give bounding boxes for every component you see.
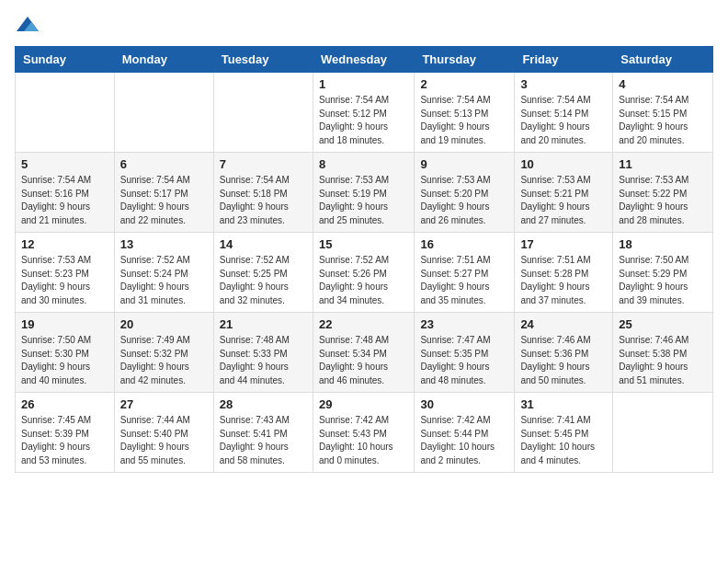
calendar-cell: 6Sunrise: 7:54 AM Sunset: 5:17 PM Daylig…: [114, 153, 213, 233]
day-number: 14: [220, 237, 307, 251]
day-info: Sunrise: 7:43 AM Sunset: 5:41 PM Dayligh…: [220, 414, 307, 467]
calendar-cell: 8Sunrise: 7:53 AM Sunset: 5:19 PM Daylig…: [313, 153, 414, 233]
logo-icon: [15, 15, 40, 35]
day-number: 19: [21, 317, 108, 331]
day-number: 1: [319, 77, 408, 91]
calendar-cell: 10Sunrise: 7:53 AM Sunset: 5:21 PM Dayli…: [515, 153, 613, 233]
calendar-cell: [114, 73, 213, 153]
day-info: Sunrise: 7:53 AM Sunset: 5:22 PM Dayligh…: [619, 174, 707, 227]
day-info: Sunrise: 7:44 AM Sunset: 5:40 PM Dayligh…: [120, 414, 208, 467]
day-info: Sunrise: 7:42 AM Sunset: 5:44 PM Dayligh…: [420, 414, 508, 467]
calendar-week-row: 19Sunrise: 7:50 AM Sunset: 5:30 PM Dayli…: [16, 313, 713, 393]
calendar-cell: 17Sunrise: 7:51 AM Sunset: 5:28 PM Dayli…: [515, 233, 613, 313]
calendar-cell: 31Sunrise: 7:41 AM Sunset: 5:45 PM Dayli…: [515, 393, 613, 473]
day-info: Sunrise: 7:42 AM Sunset: 5:43 PM Dayligh…: [319, 414, 408, 467]
day-info: Sunrise: 7:50 AM Sunset: 5:30 PM Dayligh…: [21, 334, 108, 387]
calendar-week-row: 12Sunrise: 7:53 AM Sunset: 5:23 PM Dayli…: [16, 233, 713, 313]
weekday-header-monday: Monday: [114, 47, 213, 73]
day-number: 31: [520, 397, 607, 411]
day-number: 25: [619, 317, 707, 331]
weekday-header-sunday: Sunday: [16, 47, 115, 73]
calendar-cell: 25Sunrise: 7:46 AM Sunset: 5:38 PM Dayli…: [613, 313, 713, 393]
calendar-cell: 28Sunrise: 7:43 AM Sunset: 5:41 PM Dayli…: [213, 393, 313, 473]
day-info: Sunrise: 7:54 AM Sunset: 5:18 PM Dayligh…: [220, 174, 307, 227]
day-info: Sunrise: 7:54 AM Sunset: 5:13 PM Dayligh…: [420, 94, 508, 147]
calendar-cell: 16Sunrise: 7:51 AM Sunset: 5:27 PM Dayli…: [415, 233, 515, 313]
day-number: 17: [520, 237, 607, 251]
day-number: 13: [120, 237, 208, 251]
day-number: 5: [21, 157, 108, 171]
calendar-cell: 24Sunrise: 7:46 AM Sunset: 5:36 PM Dayli…: [515, 313, 613, 393]
calendar-header-row: SundayMondayTuesdayWednesdayThursdayFrid…: [16, 47, 713, 73]
day-info: Sunrise: 7:46 AM Sunset: 5:36 PM Dayligh…: [520, 334, 607, 387]
day-info: Sunrise: 7:41 AM Sunset: 5:45 PM Dayligh…: [520, 414, 607, 467]
calendar-cell: 27Sunrise: 7:44 AM Sunset: 5:40 PM Dayli…: [114, 393, 213, 473]
day-info: Sunrise: 7:51 AM Sunset: 5:27 PM Dayligh…: [420, 254, 508, 307]
day-info: Sunrise: 7:53 AM Sunset: 5:21 PM Dayligh…: [520, 174, 607, 227]
calendar-cell: 22Sunrise: 7:48 AM Sunset: 5:34 PM Dayli…: [313, 313, 414, 393]
day-number: 7: [220, 157, 307, 171]
day-info: Sunrise: 7:48 AM Sunset: 5:33 PM Dayligh…: [220, 334, 307, 387]
day-info: Sunrise: 7:54 AM Sunset: 5:15 PM Dayligh…: [619, 94, 707, 147]
day-number: 21: [220, 317, 307, 331]
calendar-cell: 19Sunrise: 7:50 AM Sunset: 5:30 PM Dayli…: [16, 313, 115, 393]
day-info: Sunrise: 7:54 AM Sunset: 5:12 PM Dayligh…: [319, 94, 408, 147]
calendar-cell: 26Sunrise: 7:45 AM Sunset: 5:39 PM Dayli…: [16, 393, 115, 473]
day-info: Sunrise: 7:46 AM Sunset: 5:38 PM Dayligh…: [619, 334, 707, 387]
day-number: 28: [220, 397, 307, 411]
calendar-cell: 18Sunrise: 7:50 AM Sunset: 5:29 PM Dayli…: [613, 233, 713, 313]
logo: [15, 15, 44, 35]
day-number: 11: [619, 157, 707, 171]
calendar-cell: 2Sunrise: 7:54 AM Sunset: 5:13 PM Daylig…: [415, 73, 515, 153]
weekday-header-tuesday: Tuesday: [213, 47, 313, 73]
day-info: Sunrise: 7:54 AM Sunset: 5:17 PM Dayligh…: [120, 174, 208, 227]
weekday-header-saturday: Saturday: [613, 47, 713, 73]
day-number: 22: [319, 317, 408, 331]
calendar-cell: 14Sunrise: 7:52 AM Sunset: 5:25 PM Dayli…: [213, 233, 313, 313]
day-number: 4: [619, 77, 707, 91]
calendar-cell: [213, 73, 313, 153]
calendar-cell: 13Sunrise: 7:52 AM Sunset: 5:24 PM Dayli…: [114, 233, 213, 313]
calendar-cell: 30Sunrise: 7:42 AM Sunset: 5:44 PM Dayli…: [415, 393, 515, 473]
calendar-week-row: 5Sunrise: 7:54 AM Sunset: 5:16 PM Daylig…: [16, 153, 713, 233]
day-number: 9: [420, 157, 508, 171]
day-number: 20: [120, 317, 208, 331]
day-number: 18: [619, 237, 707, 251]
calendar-cell: 5Sunrise: 7:54 AM Sunset: 5:16 PM Daylig…: [16, 153, 115, 233]
day-number: 30: [420, 397, 508, 411]
calendar-cell: 7Sunrise: 7:54 AM Sunset: 5:18 PM Daylig…: [213, 153, 313, 233]
day-info: Sunrise: 7:54 AM Sunset: 5:16 PM Dayligh…: [21, 174, 108, 227]
calendar-cell: 23Sunrise: 7:47 AM Sunset: 5:35 PM Dayli…: [415, 313, 515, 393]
day-info: Sunrise: 7:47 AM Sunset: 5:35 PM Dayligh…: [420, 334, 508, 387]
day-info: Sunrise: 7:45 AM Sunset: 5:39 PM Dayligh…: [21, 414, 108, 467]
calendar-cell: 4Sunrise: 7:54 AM Sunset: 5:15 PM Daylig…: [613, 73, 713, 153]
calendar-week-row: 1Sunrise: 7:54 AM Sunset: 5:12 PM Daylig…: [16, 73, 713, 153]
day-number: 27: [120, 397, 208, 411]
calendar-cell: 9Sunrise: 7:53 AM Sunset: 5:20 PM Daylig…: [415, 153, 515, 233]
calendar-cell: [16, 73, 115, 153]
day-info: Sunrise: 7:53 AM Sunset: 5:23 PM Dayligh…: [21, 254, 108, 307]
calendar-cell: 29Sunrise: 7:42 AM Sunset: 5:43 PM Dayli…: [313, 393, 414, 473]
weekday-header-wednesday: Wednesday: [313, 47, 414, 73]
calendar-cell: [613, 393, 713, 473]
day-info: Sunrise: 7:50 AM Sunset: 5:29 PM Dayligh…: [619, 254, 707, 307]
day-number: 26: [21, 397, 108, 411]
weekday-header-friday: Friday: [515, 47, 613, 73]
calendar: SundayMondayTuesdayWednesdayThursdayFrid…: [15, 46, 713, 473]
calendar-cell: 21Sunrise: 7:48 AM Sunset: 5:33 PM Dayli…: [213, 313, 313, 393]
day-number: 8: [319, 157, 408, 171]
calendar-cell: 1Sunrise: 7:54 AM Sunset: 5:12 PM Daylig…: [313, 73, 414, 153]
day-info: Sunrise: 7:48 AM Sunset: 5:34 PM Dayligh…: [319, 334, 408, 387]
day-info: Sunrise: 7:52 AM Sunset: 5:24 PM Dayligh…: [120, 254, 208, 307]
day-number: 16: [420, 237, 508, 251]
calendar-cell: 12Sunrise: 7:53 AM Sunset: 5:23 PM Dayli…: [16, 233, 115, 313]
page-header: [15, 15, 713, 35]
day-number: 3: [520, 77, 607, 91]
calendar-cell: 3Sunrise: 7:54 AM Sunset: 5:14 PM Daylig…: [515, 73, 613, 153]
day-number: 6: [120, 157, 208, 171]
day-info: Sunrise: 7:53 AM Sunset: 5:20 PM Dayligh…: [420, 174, 508, 227]
weekday-header-thursday: Thursday: [415, 47, 515, 73]
day-info: Sunrise: 7:54 AM Sunset: 5:14 PM Dayligh…: [520, 94, 607, 147]
calendar-cell: 15Sunrise: 7:52 AM Sunset: 5:26 PM Dayli…: [313, 233, 414, 313]
calendar-cell: 20Sunrise: 7:49 AM Sunset: 5:32 PM Dayli…: [114, 313, 213, 393]
